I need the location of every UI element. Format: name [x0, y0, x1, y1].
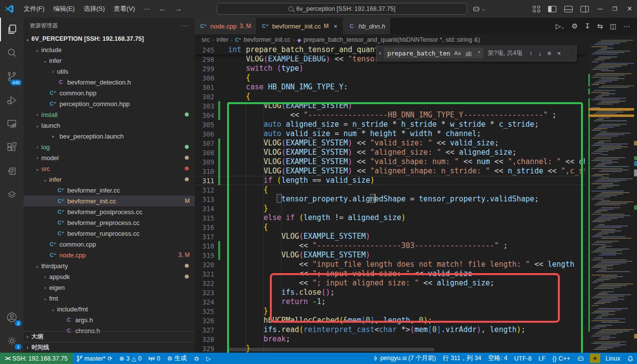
code-line[interactable]: 307 VLOG(EXAMPLE_SYSTEM) << "valid_size:… [195, 139, 585, 148]
toggle-sidebar-icon[interactable] [548, 6, 556, 12]
tree-item-bevformer-runprocess-cc[interactable]: C⁺bevformer_runprocess.cc [24, 228, 195, 239]
tree-item-common-cpp[interactable]: C⁺common.cpp [24, 239, 195, 250]
regex-toggle[interactable]: .* [476, 50, 481, 56]
code-line[interactable]: 313 tensor_property.alignedShape = tenso… [195, 195, 585, 204]
code-line[interactable]: 306 auto valid_size = num * height * wid… [195, 129, 585, 139]
code-line[interactable]: 301 case HB_DNN_IMG_TYPE_Y: [195, 83, 585, 92]
accounts-icon[interactable]: 2 [0, 306, 24, 329]
code-editor[interactable]: 298 VLOG(EXAMPLE_DEBUG) << "tensorT299 s… [195, 45, 585, 353]
code-line[interactable]: 321 << "; input valid size: " << valid_s… [195, 269, 585, 279]
code-line[interactable]: 318 << "-------------------303----------… [195, 241, 585, 251]
code-line[interactable]: 327 ifs.read(reinterpret_cast<char *>(me… [195, 325, 585, 335]
tree-item-bevformer-preprocess-cc[interactable]: C⁺bevformer_preprocess.cc [24, 217, 195, 228]
git-blame-status[interactable]: pengyu.si (7 个月前) [369, 353, 439, 364]
close-find-icon[interactable]: × [554, 50, 564, 57]
tree-item-install[interactable]: ›install [24, 109, 195, 120]
tree-item-eigen[interactable]: ›eigen [24, 282, 195, 293]
toggle-secondary-sidebar-icon[interactable] [580, 6, 589, 12]
copilot-button[interactable]: ⌄ [472, 5, 486, 13]
code-line[interactable]: 310 VLOG(EXAMPLE_SYSTEM) << "aligned_sha… [195, 167, 585, 176]
menu-file[interactable]: 文件(F) [19, 3, 49, 15]
breadcrumb-item[interactable]: infer [216, 36, 228, 43]
code-line[interactable]: 325 } [195, 307, 585, 316]
nav-forward-icon[interactable]: → [171, 4, 186, 13]
debug-button[interactable] [190, 353, 203, 364]
tree-item-utils[interactable]: ›utils [24, 66, 195, 77]
minimize-button[interactable]: ─ [593, 0, 608, 18]
lingma-extension-status[interactable]: ✦ [588, 353, 602, 364]
menu-more[interactable]: ··· [140, 3, 155, 15]
run-debug-icon[interactable] [0, 88, 24, 112]
tree-item-infer[interactable]: ⌄infer [24, 174, 195, 185]
code-line[interactable]: 320 << "input_file length does not match… [195, 260, 585, 269]
tree-item-common-hpp[interactable]: C⁺common.hpp [24, 87, 195, 98]
tree-item-bevformer-infer-cc[interactable]: C⁺bevformer_infer.cc [24, 185, 195, 196]
cmake-build-button[interactable]: ⚙ 生成 [164, 353, 190, 364]
tree-item-infer[interactable]: ⌄infer [24, 55, 195, 66]
explorer-icon[interactable] [0, 18, 24, 41]
tab-hb_dnn.h[interactable]: Chb_dnn.h [343, 18, 390, 34]
whole-word-toggle[interactable]: ab [464, 50, 472, 56]
copilot-status[interactable] [574, 353, 588, 364]
code-line[interactable]: 299 switch (type) [195, 64, 585, 73]
tree-item-bevformer-init-cc[interactable]: C⁺bevformer_init.ccM [24, 196, 195, 206]
sidebar-more-actions[interactable]: ··· [182, 23, 189, 28]
code-line[interactable]: 312 { [195, 185, 585, 195]
os-status[interactable]: Linux [602, 353, 624, 364]
code-line[interactable]: 304 << "------------------HB_DNN_IMG_TYP… [195, 111, 585, 120]
code-line[interactable]: 311 if (length == valid_size) [195, 176, 585, 185]
toggle-panel-icon[interactable] [564, 6, 573, 12]
tree-item-node-cpp[interactable]: C⁺node.cpp3, M [24, 250, 195, 260]
overview-ruler[interactable] [634, 34, 637, 353]
remote-indicator[interactable]: >< SSH: 192.168.37.75 [0, 353, 73, 364]
code-line[interactable]: 314 } [195, 204, 585, 213]
breadcrumb-item[interactable]: bevformer_init.cc [244, 36, 290, 43]
references-view-icon[interactable] [0, 159, 24, 183]
code-line[interactable]: 308 VLOG(EXAMPLE_SYSTEM) << "aligned_siz… [195, 148, 585, 157]
restore-button[interactable]: ❐ [608, 0, 622, 18]
problems-status[interactable]: ⊗ 3 △ 0 [116, 353, 145, 364]
code-line[interactable]: 323 ifs.close(); [195, 288, 585, 297]
code-line[interactable]: 300 { [195, 73, 585, 83]
scrollbar-thumb[interactable] [634, 169, 637, 176]
command-center-search[interactable]: 6v_perception [SSH: 192.168.37.75] [217, 3, 467, 15]
tree-item-appsdk[interactable]: ›appsdk [24, 271, 195, 282]
extensions-icon[interactable] [0, 136, 24, 159]
ports-status[interactable]: 0 [145, 353, 164, 364]
code-line[interactable]: 317 VLOG(EXAMPLE_SYSTEM) [195, 232, 585, 241]
code-line[interactable]: 328 break; [195, 335, 585, 344]
code-line[interactable]: 305 auto aligned_size = n_stride * h_str… [195, 120, 585, 129]
code-line[interactable]: 309 VLOG(EXAMPLE_SYSTEM) << "valid_shape… [195, 157, 585, 167]
tree-item-perception-common-hpp[interactable]: C⁺perception_common.hpp [24, 98, 195, 109]
horizontal-scrollbar[interactable] [228, 348, 434, 351]
sidebar-panel-时间线[interactable]: ›时间线 [24, 342, 195, 353]
tab-node.cpp[interactable]: C⁺node.cpp3, M [195, 18, 257, 34]
code-line[interactable]: 324 return -1; [195, 297, 585, 307]
tree-item-args-h[interactable]: Cargs.h [24, 314, 195, 325]
tree-item-bevformer-postprocess-cc[interactable]: C⁺bevformer_postprocess.cc [24, 206, 195, 217]
remote-explorer-icon[interactable] [0, 112, 24, 136]
tree-item-launch[interactable]: ⌄launch [24, 120, 195, 131]
tree-item-fmt[interactable]: ⌄fmt [24, 293, 195, 304]
custom-extension-icon[interactable] [0, 183, 24, 206]
encoding-status[interactable]: UTF-8 [511, 353, 535, 364]
sidebar-panel-大纲[interactable]: ›大纲 [24, 331, 195, 342]
cursor-position-status[interactable]: 行 311，列 34 [439, 353, 485, 364]
find-input[interactable]: prepare_batch_ten Aa ab .* [383, 47, 484, 59]
tree-item-log[interactable]: ›log [24, 141, 195, 152]
split-editor-icon[interactable]: ◫ [610, 22, 616, 30]
code-line[interactable]: 245int prepare_batch_tensor_and_quanti [195, 45, 383, 55]
tab-bevformer_init.cc[interactable]: C⁺bevformer_init.ccM× [257, 18, 343, 34]
settings-gear-icon[interactable]: ⚙ [572, 22, 578, 30]
run-debug-button[interactable]: ▷⌄ [555, 22, 564, 30]
code-line[interactable]: 315 else if (length != aligned_size) [195, 213, 585, 223]
match-case-toggle[interactable]: Aa [453, 50, 462, 56]
minimap[interactable] [588, 34, 634, 353]
customize-layout-icon[interactable] [533, 6, 540, 12]
branch-status[interactable]: master* ⟳ [73, 353, 116, 364]
code-line[interactable]: 319 VLOG(EXAMPLE_SYSTEM) [195, 251, 585, 260]
code-line[interactable]: 316 { [195, 223, 585, 232]
workspace-root-folder[interactable]: ⌄ 6V_PERCEPTION [SSH: 192.168.37.75] [24, 33, 195, 44]
source-control-icon[interactable]: 445 [0, 65, 24, 88]
find-replace-toggle-icon[interactable]: › [376, 50, 383, 56]
